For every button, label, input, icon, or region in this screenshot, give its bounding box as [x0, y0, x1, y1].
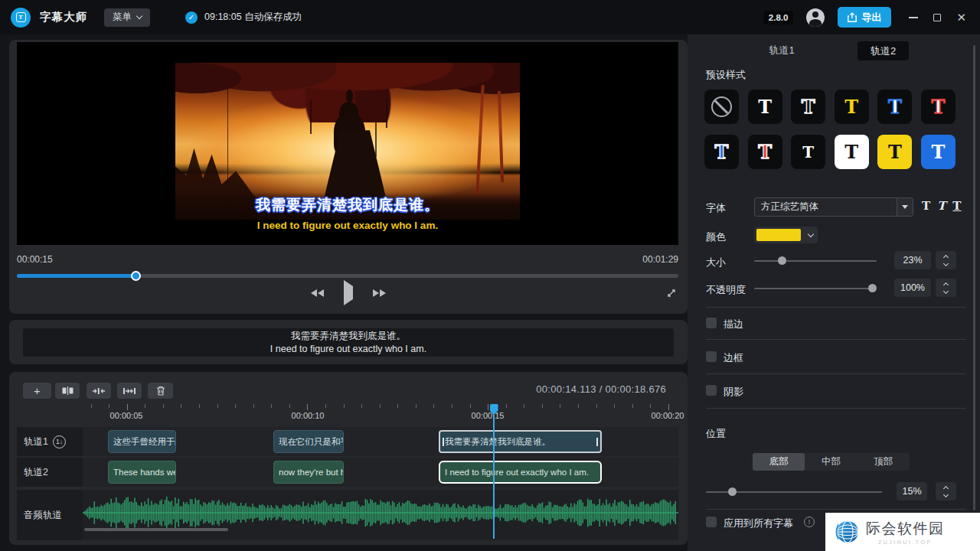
minimize-button[interactable]: [909, 17, 918, 18]
seek-bar-fill: [17, 274, 136, 278]
preset-style-10[interactable]: T: [835, 135, 869, 169]
version-badge: 2.8.0: [763, 11, 794, 24]
watermark-title: 际会软件园: [866, 519, 945, 539]
ruler-tick: [181, 404, 181, 408]
maximize-button[interactable]: [933, 14, 941, 21]
preset-style-9[interactable]: T: [791, 135, 825, 169]
timeline-horizontal-scrollbar[interactable]: [84, 528, 228, 531]
ruler-tick: [542, 404, 543, 408]
delete-clip-button[interactable]: [148, 383, 173, 399]
border-checkbox[interactable]: [706, 351, 717, 362]
merge-next-button[interactable]: [117, 383, 142, 399]
italic-button[interactable]: T: [937, 199, 946, 213]
track-2-label: 轨道2: [17, 458, 83, 487]
shadow-checkbox[interactable]: [706, 385, 717, 396]
rewind-button[interactable]: [311, 289, 324, 297]
size-slider-knob[interactable]: [778, 256, 786, 265]
preset-style-6[interactable]: T: [921, 90, 956, 124]
seek-bar[interactable]: [17, 274, 678, 278]
info-icon[interactable]: !: [804, 517, 815, 527]
divider: [706, 339, 966, 340]
split-clip-button[interactable]: [55, 383, 80, 399]
ruler-tick: [416, 404, 416, 408]
subtitle-clip-selected[interactable]: I need to figure out exactly who I am.: [439, 461, 602, 484]
seek-bar-thumb[interactable]: [131, 271, 141, 281]
position-offset-value[interactable]: 15%: [897, 482, 927, 500]
audio-track: 音频轨道: [17, 490, 678, 540]
ruler-tick: [578, 404, 579, 408]
app-logo-t-glyph: T: [16, 12, 26, 22]
close-button[interactable]: [956, 11, 966, 23]
underline-button[interactable]: T: [952, 199, 961, 213]
watermark-domain: ZUJIHUI.TOP: [878, 540, 933, 545]
font-select[interactable]: 方正综艺简体: [754, 197, 913, 217]
add-subtitle-button[interactable]: +: [23, 383, 51, 399]
opacity-stepper[interactable]: [936, 279, 956, 297]
size-label: 大小: [706, 256, 726, 269]
position-offset-knob[interactable]: [728, 487, 737, 496]
subtitle-clip[interactable]: 这些手曾经用于战: [108, 430, 176, 453]
position-offset-stepper[interactable]: [936, 482, 956, 500]
preset-style-11[interactable]: T: [877, 135, 912, 169]
size-stepper[interactable]: [936, 251, 956, 269]
user-avatar[interactable]: [806, 8, 825, 27]
preset-style-12[interactable]: T: [921, 135, 956, 169]
export-button[interactable]: 导出: [838, 7, 891, 28]
audio-waveform[interactable]: [83, 490, 678, 540]
ruler-tick: [109, 404, 109, 408]
merge-right-icon: [123, 387, 136, 395]
preset-style-7[interactable]: T: [704, 135, 739, 169]
size-slider[interactable]: [754, 256, 877, 265]
position-bottom-button[interactable]: 底部: [753, 453, 805, 471]
play-button[interactable]: [344, 286, 353, 300]
preset-style-3[interactable]: T: [791, 90, 825, 124]
size-value[interactable]: 23%: [894, 251, 931, 269]
subtitle-clip[interactable]: These hands wer: [108, 461, 176, 484]
preset-style-2[interactable]: T: [748, 90, 782, 124]
ruler-tick: [668, 404, 669, 410]
subtitle-text-box[interactable]: 我需要弄清楚我到底是谁。 I need to figure out exactl…: [23, 328, 674, 357]
timeline-ruler[interactable]: 00:00:0500:00:1000:00:1500:00:20: [9, 404, 688, 427]
apply-all-checkbox[interactable]: [706, 517, 717, 527]
divider: [706, 509, 966, 510]
font-select-arrow[interactable]: [897, 198, 913, 216]
opacity-slider[interactable]: [754, 284, 877, 292]
playback-controls: [9, 286, 688, 300]
preset-style-4[interactable]: T: [835, 90, 869, 124]
preset-style-8[interactable]: T: [748, 135, 782, 169]
opacity-value[interactable]: 100%: [894, 279, 931, 297]
opacity-slider-knob[interactable]: [868, 284, 877, 292]
track-order-icon[interactable]: 1↓: [53, 435, 66, 448]
chevron-down-icon: [136, 12, 142, 18]
trash-icon: [156, 386, 165, 396]
preset-style-1[interactable]: [704, 90, 739, 124]
position-top-button[interactable]: 顶部: [858, 453, 910, 471]
tab-track-2[interactable]: 轨道2: [858, 41, 909, 60]
merge-previous-button[interactable]: [87, 383, 111, 399]
subtitle-clip[interactable]: 现在它们只是和平的: [273, 430, 344, 453]
ruler-tick: [560, 404, 560, 408]
position-middle-button[interactable]: 中部: [805, 453, 857, 471]
subtitle-clip[interactable]: now they're but h: [273, 461, 344, 484]
panel-scrollbar[interactable]: [973, 45, 975, 510]
color-picker[interactable]: [754, 227, 818, 243]
menu-button[interactable]: 菜单: [104, 8, 150, 27]
ruler-tick: [470, 404, 471, 408]
fullscreen-button[interactable]: [666, 288, 677, 302]
style-glyph: T: [758, 143, 772, 161]
ruler-tick: [361, 404, 362, 408]
fast-forward-button[interactable]: [373, 289, 386, 297]
bold-button[interactable]: T: [922, 199, 930, 213]
preset-style-5[interactable]: T: [877, 90, 912, 124]
menu-button-label: 菜单: [113, 11, 132, 24]
style-glyph: T: [802, 98, 815, 116]
position-offset-slider[interactable]: [706, 487, 882, 496]
video-viewport[interactable]: 我需要弄清楚我到底是谁。 I need to figure out exactl…: [17, 42, 678, 245]
subtitle-clip-selected[interactable]: 我需要弄清楚我到底是谁。: [439, 430, 602, 453]
style-panel: 轨道1 轨道2 预设样式 TTTTTTTTTTT 字体 方正综艺简体 T T T…: [688, 34, 980, 551]
tab-track-1[interactable]: 轨道1: [758, 44, 805, 57]
stroke-checkbox[interactable]: [706, 318, 717, 328]
subtitle-track-1: 这些手曾经用于战现在它们只是和平的我需要弄清楚我到底是谁。 轨道1 1↓: [17, 427, 678, 456]
playhead-line: [493, 415, 495, 539]
clip-time-range: 00:00:14.113 / 00:00:18.676: [536, 383, 666, 395]
